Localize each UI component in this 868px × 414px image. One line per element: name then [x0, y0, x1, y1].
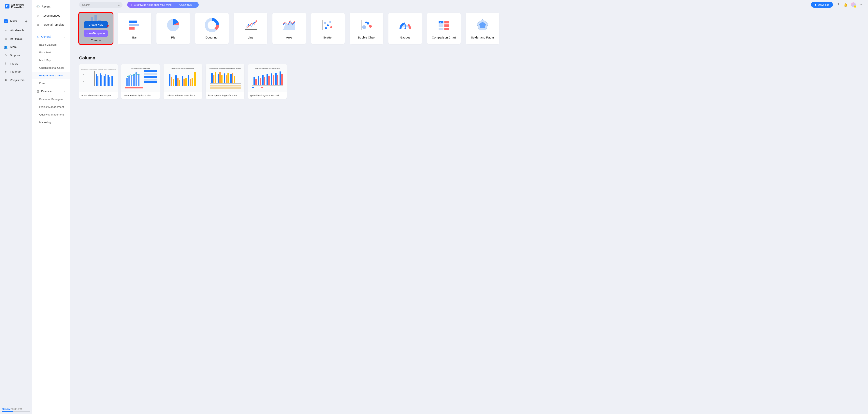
group-business[interactable]: ▥ Business ⌄: [32, 87, 70, 95]
download-button[interactable]: ⬇ Download: [811, 2, 833, 8]
type-card-line[interactable]: Line: [234, 12, 267, 44]
sidebar-item-personal-template[interactable]: ▦ Personal Template: [32, 20, 70, 29]
svg-text:text: text: [83, 79, 84, 80]
sub-business-management[interactable]: Business Management: [32, 95, 70, 103]
sidebar-item-dropbox[interactable]: ⧉ Dropbox: [0, 51, 32, 59]
svg-rect-97: [210, 85, 241, 86]
sparkle-icon: ∥: [131, 3, 132, 6]
show-templates-button[interactable]: showTemplates: [84, 30, 108, 37]
bell-icon[interactable]: 🔔: [843, 3, 848, 7]
svg-rect-81: [191, 78, 193, 86]
template-label: brand-percentage-of-cola-v...: [206, 92, 244, 99]
type-card-comparison[interactable]: ✓ Comparison Chart: [427, 12, 461, 44]
svg-rect-73: [175, 76, 177, 86]
sub-form[interactable]: Form: [32, 79, 70, 87]
create-new-button[interactable]: Create New ➤: [84, 21, 108, 28]
sidebar-item-recent[interactable]: 🕘 Recent: [32, 2, 70, 11]
storage-used: 800.45M: [2, 408, 10, 410]
sub-flowchart[interactable]: Flowchart: [32, 49, 70, 56]
svg-rect-57: [144, 76, 157, 78]
type-card-pie[interactable]: Pie: [156, 12, 190, 44]
svg-rect-45: [105, 74, 106, 86]
svg-rect-4: [129, 24, 139, 26]
type-label: Gauges: [400, 36, 410, 39]
sub-graphs-charts[interactable]: Graphs and Charts: [32, 72, 70, 79]
svg-text:text: text: [83, 74, 84, 75]
svg-rect-71: [171, 78, 172, 86]
comparison-chart-icon: ✓: [437, 18, 451, 32]
svg-rect-78: [185, 78, 187, 86]
new-button[interactable]: ＋ New ＋: [0, 16, 32, 26]
type-card-bar[interactable]: Bar: [118, 12, 151, 44]
template-label: global-healthy-snacks-mark...: [248, 92, 287, 99]
sidebar-item-team[interactable]: 👥 Team: [0, 43, 32, 51]
template-card[interactable]: Percentage of people who listed each typ…: [206, 64, 244, 99]
type-card-doughnut[interactable]: Doughnut: [195, 12, 229, 44]
sub-project-management[interactable]: Project Management: [32, 103, 70, 111]
type-card-column[interactable]: Create New ➤ showTemplates Column: [79, 12, 113, 44]
search-input[interactable]: [82, 3, 118, 6]
storage-fill: [2, 411, 13, 412]
svg-rect-47: [109, 78, 110, 86]
sidebar-item-recycle[interactable]: 🗑 Recycle Bin: [0, 76, 32, 84]
svg-rect-44: [103, 76, 105, 86]
svg-rect-75: [179, 80, 180, 86]
template-card[interactable]: Manchester City Brand/Team value manches…: [121, 64, 160, 99]
type-label: Area: [286, 36, 292, 39]
sidebar-item-recommended[interactable]: ⍟ Recommended: [32, 11, 70, 20]
template-label: uber-driver-evs-are-cheaper...: [79, 92, 118, 99]
svg-rect-96: [234, 76, 235, 83]
scatter-chart-icon: [321, 18, 335, 32]
sub-basic-diagram[interactable]: Basic Diagram: [32, 41, 70, 49]
template-card[interactable]: Global Healthy Snacks Market vs US Marke…: [248, 64, 287, 99]
sidebar-item-favorites[interactable]: ♥ Favorites: [0, 68, 32, 76]
sub-marketing[interactable]: Marketing: [32, 118, 70, 126]
category-sidebar: 🕘 Recent ⍟ Recommended ▦ Personal Templa…: [32, 0, 70, 414]
sub-mind-map[interactable]: Mind Map: [32, 56, 70, 64]
template-card[interactable]: Uber Drivers: EVs are cheaper to run tha…: [79, 64, 118, 99]
sub-quality-management[interactable]: Quality Management: [32, 111, 70, 118]
svg-rect-41: [97, 76, 98, 86]
svg-rect-116: [261, 87, 264, 88]
svg-text:Barista Preferences: Whole Mil: Barista Preferences: Whole Milk vs Alter…: [172, 68, 194, 69]
svg-point-17: [329, 21, 331, 23]
avatar[interactable]: [851, 2, 856, 7]
storage-indicator: 800.45M / 2048.00M: [2, 408, 30, 412]
svg-rect-59: [144, 81, 157, 83]
svg-text:text: text: [83, 76, 84, 77]
caret-down-icon[interactable]: ▼: [859, 3, 863, 7]
svg-rect-30: [439, 24, 443, 27]
svg-rect-29: [444, 21, 449, 23]
sidebar-item-import[interactable]: ⇩ Import: [0, 59, 32, 68]
svg-rect-106: [264, 77, 265, 85]
type-card-gauges[interactable]: Gauges: [389, 12, 422, 44]
type-card-scatter[interactable]: Scatter: [311, 12, 345, 44]
app-logo: E Wondershare EdrawMax: [0, 2, 32, 11]
svg-rect-31: [444, 24, 449, 27]
banner-cta[interactable]: Create Now →: [179, 3, 195, 6]
svg-rect-89: [219, 72, 221, 83]
gauge-chart-icon: [398, 18, 412, 32]
type-card-bubble[interactable]: Bubble Chart: [350, 12, 383, 44]
add-icon[interactable]: ＋: [24, 19, 28, 24]
type-card-area[interactable]: Area: [273, 12, 306, 44]
svg-rect-110: [273, 76, 274, 85]
doc-icon: ▦: [36, 23, 40, 26]
chevron-down-icon: ⌄: [64, 35, 66, 38]
template-thumbnail: Percentage of people who listed each typ…: [206, 64, 244, 92]
svg-rect-76: [182, 76, 183, 86]
sidebar-item-workbench[interactable]: ☁ Workbench: [0, 26, 32, 34]
search-box[interactable]: ⌕: [79, 2, 123, 8]
storage-bar: [2, 411, 30, 412]
svg-text:Manchester City Brand/Team val: Manchester City Brand/Team value: [131, 68, 150, 69]
sub-organizational-chart[interactable]: Organizational Chart: [32, 64, 70, 72]
help-icon[interactable]: ?: [836, 3, 840, 7]
sidebar-item-templates[interactable]: ▤ Templates: [0, 34, 32, 43]
group-general[interactable]: 🏷 General ⌄: [32, 33, 70, 41]
ai-banner[interactable]: ∥ AI drawing helps open your mind Create…: [127, 2, 199, 8]
template-thumbnail: Uber Drivers: EVs are cheaper to run tha…: [79, 64, 118, 92]
type-card-spider[interactable]: Spider and Radar: [466, 12, 499, 44]
svg-rect-82: [194, 72, 196, 86]
template-card[interactable]: Barista Preferences: Whole Milk vs Alter…: [163, 64, 202, 99]
clock-icon: 🕘: [36, 5, 40, 8]
